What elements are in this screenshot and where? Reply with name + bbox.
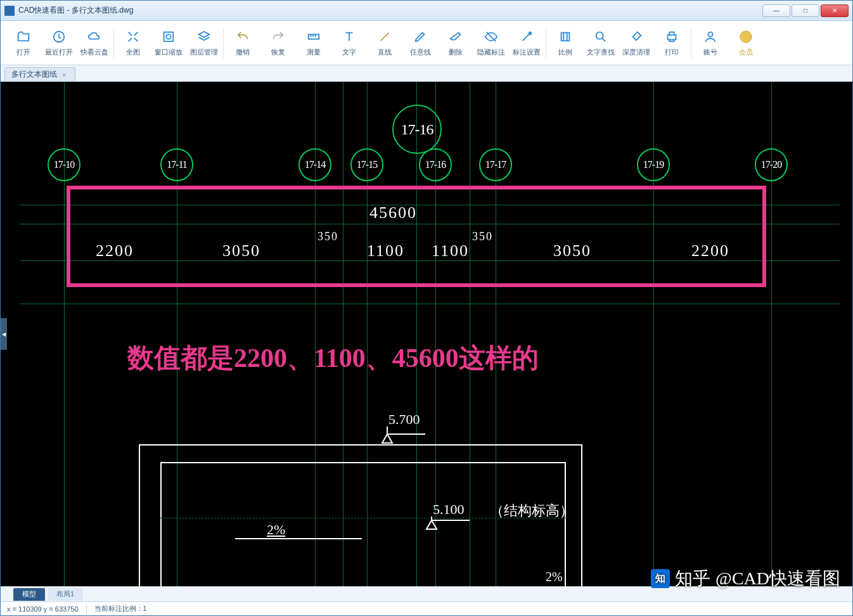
statusbar: x = 110309 y = 633750 当前标注比例：1	[1, 601, 852, 615]
watermark-brand: 知乎	[675, 567, 710, 591]
tabstrip: 多行文本图纸 ×	[1, 65, 852, 82]
close-button[interactable]: ✕	[821, 4, 849, 17]
grid-bubble: 17-15	[350, 148, 383, 181]
grid-bubble: 17-17	[479, 148, 512, 181]
coords-readout: x = 110309 y = 633750	[7, 605, 79, 613]
drawing-canvas[interactable]: ◀ 17-10 17-11 17-14 17-15 17-16	[1, 82, 852, 586]
text-button[interactable]: 文字	[331, 23, 367, 63]
elevation-label: （结构标高）	[490, 501, 574, 520]
svg-rect-5	[561, 33, 570, 41]
ratio-icon	[557, 29, 574, 45]
grid-bubble: 17-16	[392, 105, 442, 154]
redo-button[interactable]: 恢复	[260, 23, 296, 63]
grid-bubble: 17-10	[48, 148, 80, 181]
gridline	[20, 304, 840, 304]
svg-point-9	[740, 31, 752, 42]
dimension-text: 2200	[96, 241, 134, 260]
section-line	[565, 462, 566, 586]
svg-point-6	[596, 32, 603, 39]
minimize-button[interactable]: —	[762, 4, 790, 17]
textsearch-button[interactable]: 文字查找	[583, 23, 619, 63]
zoom-window-icon	[160, 29, 177, 45]
layer-button[interactable]: 图层管理	[186, 23, 222, 63]
user-icon	[702, 29, 719, 45]
gridline	[343, 82, 343, 586]
maximize-button[interactable]: □	[792, 4, 819, 17]
ruler-icon	[305, 29, 322, 45]
separator	[691, 28, 691, 58]
section-line	[160, 462, 566, 463]
open-button[interactable]: 打开	[6, 23, 41, 63]
cloud-icon	[86, 29, 103, 45]
deepclear-button[interactable]: 深度清理	[619, 23, 654, 63]
delete-button[interactable]: 删除	[438, 23, 473, 63]
separator	[223, 28, 224, 58]
slope-text: 2%	[267, 522, 285, 538]
annotation-text: 数值都是2200、1100、45600这样的	[127, 340, 539, 376]
pencil-icon	[412, 29, 428, 45]
toolbar: 打开 最近打开 快看云盘 全图 窗口缩放 图层管理 撤销 恢复 测量 文字 直线…	[1, 21, 852, 65]
undo-icon	[234, 29, 251, 45]
clock-icon	[51, 29, 67, 45]
section-line	[139, 444, 582, 446]
highlight-box	[67, 186, 766, 287]
section-line	[581, 444, 582, 586]
measure-button[interactable]: 测量	[296, 23, 331, 63]
fullview-button[interactable]: 全图	[115, 23, 151, 63]
account-button[interactable]: 账号	[693, 23, 728, 63]
ratio-button[interactable]: 比例	[548, 23, 583, 63]
watermark: 知 知乎 @CAD快速看图	[651, 567, 840, 591]
elevation-text: 5.700	[388, 411, 420, 428]
layout-tab[interactable]: 布局1	[48, 588, 83, 601]
document-tab[interactable]: 多行文本图纸 ×	[4, 67, 75, 81]
separator	[546, 28, 546, 58]
vip-button[interactable]: 会员	[728, 23, 764, 63]
dimension-text: 45600	[369, 203, 417, 222]
section-line	[160, 462, 162, 586]
print-button[interactable]: 打印	[654, 23, 689, 63]
separator	[113, 28, 114, 58]
anno-settings-button[interactable]: 标注设置	[509, 23, 544, 63]
eye-off-icon	[483, 29, 499, 45]
winscale-button[interactable]: 窗口缩放	[151, 23, 186, 63]
model-tab[interactable]: 模型	[13, 588, 45, 601]
line-icon	[376, 29, 393, 45]
grid-bubble: 17-14	[298, 148, 331, 181]
undo-button[interactable]: 撤销	[225, 23, 260, 63]
svg-point-2	[166, 34, 170, 39]
text-icon	[341, 29, 357, 45]
cloud-button[interactable]: 快看云盘	[77, 23, 112, 63]
tab-label: 多行文本图纸	[11, 69, 57, 80]
app-icon	[4, 6, 15, 16]
layers-icon	[196, 29, 212, 45]
tab-close-icon[interactable]: ×	[62, 71, 66, 79]
window-controls: — □ ✕	[762, 4, 849, 17]
elevation-marker-icon	[381, 427, 432, 446]
print-icon	[664, 29, 680, 45]
recent-button[interactable]: 最近打开	[41, 23, 77, 63]
elevation-text: 5.100	[433, 501, 465, 518]
grid-bubble: 17-11	[160, 148, 193, 181]
titlebar: CAD快速看图 - 多行文本图纸.dwg — □ ✕	[1, 1, 852, 21]
eraser-icon	[447, 29, 464, 45]
svg-rect-7	[668, 35, 676, 39]
svg-rect-1	[164, 32, 174, 42]
section-line	[139, 444, 140, 586]
line-button[interactable]: 直线	[367, 23, 402, 63]
broom-icon	[628, 29, 645, 45]
window-title: CAD快速看图 - 多行文本图纸.dwg	[18, 5, 133, 16]
scale-readout: 当前标注比例：1	[94, 604, 147, 613]
vip-icon	[738, 29, 754, 45]
grid-bubble: 17-20	[755, 148, 788, 181]
grid-bubble: 17-16	[419, 148, 452, 181]
redo-icon	[270, 29, 286, 45]
dimension-text: 1100	[367, 241, 404, 260]
svg-point-8	[708, 32, 712, 37]
dimension-text: 3050	[553, 241, 591, 260]
hide-anno-button[interactable]: 隐藏标注	[473, 23, 509, 63]
polyline-button[interactable]: 任意线	[402, 23, 438, 63]
settings-icon	[518, 29, 535, 45]
watermark-handle: @CAD快速看图	[715, 567, 840, 591]
folder-icon	[15, 29, 32, 45]
app-window: CAD快速看图 - 多行文本图纸.dwg — □ ✕ 打开 最近打开 快看云盘 …	[0, 0, 853, 616]
